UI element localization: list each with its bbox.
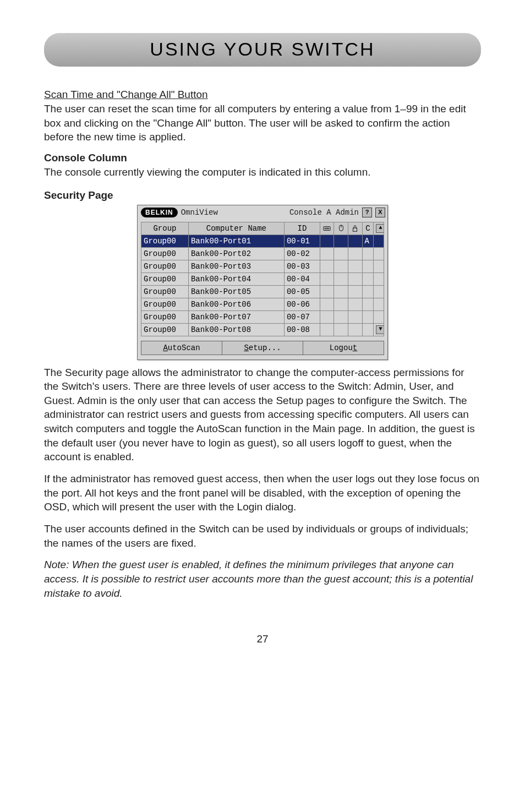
cell-keyboard — [320, 310, 334, 323]
osd-console-label: Console A Admin — [289, 208, 359, 217]
table-row[interactable]: Group00Bank00-Port0400-04 — [141, 273, 384, 285]
cell-keyboard — [320, 323, 334, 336]
security-paragraph: The Security page allows the administrat… — [44, 366, 481, 464]
osd-table: Group Computer Name ID — [141, 222, 384, 336]
security-heading: Security Page — [44, 189, 481, 201]
scan-body: The user can reset the scan time for all… — [44, 102, 481, 144]
cell-lock — [348, 323, 363, 336]
table-row[interactable]: Group00Bank00-Port0800-08▼ — [141, 323, 384, 336]
cell-lock — [348, 260, 363, 273]
autoscan-button[interactable]: AutoScan — [141, 341, 222, 355]
cell-keyboard — [320, 285, 334, 298]
col-console[interactable]: C — [362, 222, 374, 235]
cell-id: 00-06 — [284, 298, 320, 310]
belkin-logo: BELKIN — [141, 208, 178, 217]
scan-heading: Scan Time and "Change All" Button — [44, 89, 481, 101]
cell-console — [362, 285, 374, 298]
osd-titlebar: BELKIN OmniView Console A Admin ? X — [138, 205, 387, 219]
scroll-down-button[interactable]: ▼ — [374, 323, 384, 336]
table-row[interactable]: Group00Bank00-Port0100-01A — [141, 235, 384, 247]
cell-lock — [348, 285, 363, 298]
cell-lock — [348, 247, 363, 260]
cell-computer-name: Bank00-Port03 — [188, 260, 284, 273]
setup-button[interactable]: Setup... — [222, 341, 303, 355]
cell-group: Group00 — [141, 310, 189, 323]
guest-removed-paragraph: If the administrator has removed guest a… — [44, 472, 481, 514]
cell-computer-name: Bank00-Port06 — [188, 298, 284, 310]
cell-lock — [348, 298, 363, 310]
col-group[interactable]: Group — [141, 222, 189, 235]
cell-mouse — [334, 247, 348, 260]
table-row[interactable]: Group00Bank00-Port0600-06 — [141, 298, 384, 310]
osd-footer: AutoScan Setup... Logout — [138, 339, 387, 359]
scroll-track — [374, 260, 384, 273]
table-row[interactable]: Group00Bank00-Port0200-02 — [141, 247, 384, 260]
cell-keyboard — [320, 235, 334, 247]
table-header-row: Group Computer Name ID — [141, 222, 384, 235]
cell-group: Group00 — [141, 273, 189, 285]
scroll-track — [374, 273, 384, 285]
cell-computer-name: Bank00-Port07 — [188, 310, 284, 323]
cell-mouse — [334, 310, 348, 323]
svg-rect-0 — [324, 226, 330, 230]
scroll-track — [374, 285, 384, 298]
note-paragraph: Note: When the guest user is enabled, it… — [44, 558, 481, 600]
logout-button[interactable]: Logout — [303, 341, 384, 355]
cell-computer-name: Bank00-Port04 — [188, 273, 284, 285]
cell-console — [362, 310, 374, 323]
col-lock-icon[interactable] — [348, 222, 363, 235]
cell-group: Group00 — [141, 298, 189, 310]
cell-mouse — [334, 235, 348, 247]
cell-console — [362, 298, 374, 310]
close-icon[interactable]: X — [375, 208, 385, 217]
cell-id: 00-04 — [284, 273, 320, 285]
col-computer-name[interactable]: Computer Name — [188, 222, 284, 235]
cell-mouse — [334, 285, 348, 298]
cell-lock — [348, 310, 363, 323]
page-number: 27 — [44, 633, 481, 645]
cell-group: Group00 — [141, 260, 189, 273]
cell-mouse — [334, 260, 348, 273]
cell-id: 00-03 — [284, 260, 320, 273]
cell-computer-name: Bank00-Port05 — [188, 285, 284, 298]
cell-group: Group00 — [141, 235, 189, 247]
cell-id: 00-08 — [284, 323, 320, 336]
cell-group: Group00 — [141, 323, 189, 336]
cell-computer-name: Bank00-Port01 — [188, 235, 284, 247]
scroll-up-button[interactable]: ▲ — [374, 222, 384, 235]
cell-console — [362, 260, 374, 273]
page-title: USING YOUR SWITCH — [44, 33, 481, 67]
cell-mouse — [334, 298, 348, 310]
help-icon[interactable]: ? — [362, 208, 372, 217]
col-keyboard-icon[interactable] — [320, 222, 334, 235]
scroll-track — [374, 247, 384, 260]
col-id[interactable]: ID — [284, 222, 320, 235]
osd-app-name: OmniView — [181, 208, 218, 217]
scroll-track — [374, 235, 384, 247]
cell-id: 00-02 — [284, 247, 320, 260]
svg-rect-5 — [353, 228, 357, 231]
cell-keyboard — [320, 298, 334, 310]
table-row[interactable]: Group00Bank00-Port0300-03 — [141, 260, 384, 273]
osd-window: BELKIN OmniView Console A Admin ? X Grou… — [137, 205, 388, 360]
cell-keyboard — [320, 273, 334, 285]
scroll-track — [374, 310, 384, 323]
cell-computer-name: Bank00-Port02 — [188, 247, 284, 260]
cell-computer-name: Bank00-Port08 — [188, 323, 284, 336]
col-mouse-icon[interactable] — [334, 222, 348, 235]
cell-console: A — [362, 235, 374, 247]
table-row[interactable]: Group00Bank00-Port0700-07 — [141, 310, 384, 323]
title-text: USING YOUR SWITCH — [44, 39, 481, 60]
cell-group: Group00 — [141, 247, 189, 260]
table-row[interactable]: Group00Bank00-Port0500-05 — [141, 285, 384, 298]
cell-console — [362, 323, 374, 336]
cell-id: 00-05 — [284, 285, 320, 298]
cell-id: 00-01 — [284, 235, 320, 247]
cell-mouse — [334, 323, 348, 336]
cell-mouse — [334, 273, 348, 285]
cell-keyboard — [320, 247, 334, 260]
cell-console — [362, 273, 374, 285]
accounts-paragraph: The user accounts defined in the Switch … — [44, 522, 481, 550]
cell-group: Group00 — [141, 285, 189, 298]
cell-lock — [348, 273, 363, 285]
